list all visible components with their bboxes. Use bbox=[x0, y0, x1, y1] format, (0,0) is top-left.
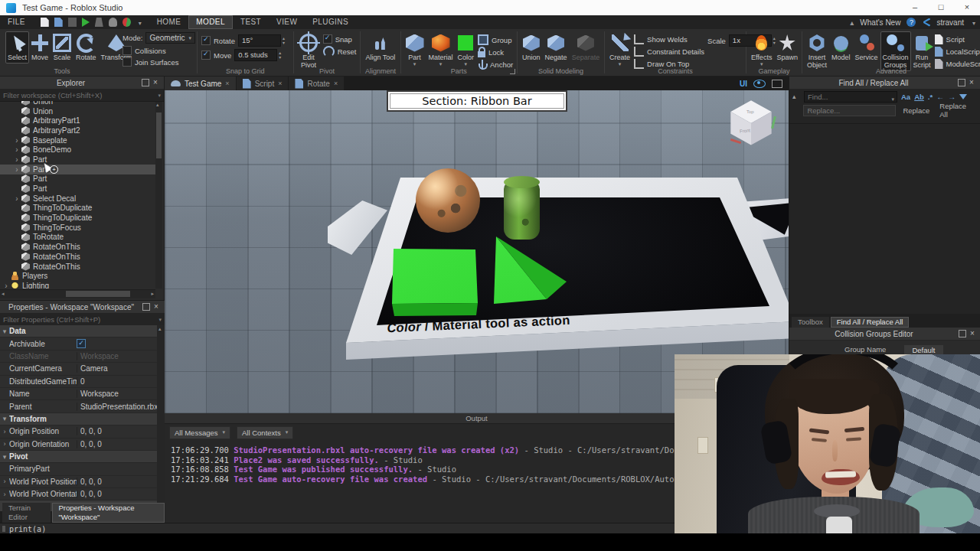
replace-input[interactable]: Replace... bbox=[803, 105, 896, 116]
explorer-tree-item[interactable]: › BoneDemo bbox=[0, 145, 155, 155]
pivot-snap-checkbox[interactable] bbox=[323, 34, 332, 44]
snap-rotate-stepper[interactable]: 15° bbox=[238, 34, 285, 47]
tab-test[interactable]: TEST bbox=[233, 15, 269, 29]
share-icon[interactable] bbox=[922, 18, 930, 27]
property-row[interactable]: ▾ Pivot bbox=[0, 451, 157, 463]
match-case-toggle[interactable]: Aa bbox=[901, 93, 910, 101]
group-button[interactable]: Group bbox=[478, 34, 513, 45]
join-surfaces-checkbox[interactable] bbox=[122, 57, 132, 67]
explorer-tree-item[interactable]: › Part bbox=[0, 155, 155, 165]
create-constraint-button[interactable]: Create▾ bbox=[607, 31, 632, 67]
explorer-tree-item[interactable]: RotateOnThis bbox=[0, 262, 155, 272]
file-menu[interactable]: FILE bbox=[0, 15, 33, 29]
find-input[interactable]: Find... bbox=[804, 91, 897, 103]
explorer-vertical-scrollbar[interactable] bbox=[155, 102, 162, 289]
close-tab-icon[interactable] bbox=[334, 80, 338, 87]
property-value[interactable]: StudioPresentation.rbxl bbox=[77, 403, 157, 411]
minimize-button[interactable]: – bbox=[902, 0, 928, 15]
replace-all-button[interactable]: Replace All bbox=[936, 102, 977, 119]
find-previous-icon[interactable]: ← bbox=[936, 93, 944, 101]
user-account-menu[interactable]: stravant bbox=[936, 18, 964, 27]
close-icon[interactable] bbox=[154, 303, 162, 311]
property-row[interactable]: ▾ Transform bbox=[0, 413, 157, 425]
explorer-tree-item[interactable]: ThingToDuplicate bbox=[0, 213, 155, 223]
collapse-find-icon[interactable]: ▴ bbox=[792, 93, 800, 100]
insert-localscript-button[interactable]: LocalScript bbox=[935, 47, 980, 57]
separate-button[interactable]: Separate bbox=[570, 31, 603, 64]
device-emulation-icon[interactable] bbox=[772, 80, 782, 88]
explorer-tree-item[interactable]: Union bbox=[0, 101, 155, 106]
close-icon[interactable] bbox=[970, 330, 978, 337]
mode-dropdown[interactable]: Geometric bbox=[145, 32, 195, 44]
rotate-tool-button[interactable]: Rotate bbox=[74, 31, 99, 64]
expand-chevron-icon[interactable]: › bbox=[12, 145, 21, 154]
messages-filter-dropdown[interactable]: All Messages bbox=[169, 426, 230, 439]
close-icon[interactable] bbox=[153, 79, 161, 86]
visibility-eye-icon[interactable] bbox=[753, 80, 766, 88]
property-row[interactable]: Parent StudioPresentation.rbxl bbox=[0, 400, 157, 412]
property-row[interactable]: Name Workspace bbox=[0, 388, 157, 400]
tab-plugins[interactable]: PLUGINS bbox=[305, 15, 356, 29]
pivot-reset-button[interactable]: Reset bbox=[323, 46, 357, 57]
view-cube[interactable]: Top Front bbox=[729, 99, 773, 147]
snap-move-checkbox[interactable] bbox=[201, 51, 211, 60]
record-icon[interactable] bbox=[122, 18, 131, 27]
close-tab-icon[interactable] bbox=[225, 80, 229, 87]
scrollbar-thumb[interactable] bbox=[66, 291, 130, 297]
explorer-tree-item[interactable]: › Part bbox=[0, 165, 155, 174]
collapse-ribbon-icon[interactable] bbox=[850, 18, 854, 27]
whole-word-toggle[interactable]: Ab bbox=[914, 93, 924, 101]
explorer-tree-item[interactable]: Part bbox=[0, 184, 155, 194]
tab-terrain-editor[interactable]: Terrain Editor bbox=[2, 503, 51, 523]
pin-icon[interactable] bbox=[142, 79, 149, 86]
insert-script-button[interactable]: Script bbox=[935, 34, 980, 44]
property-row[interactable]: Archivable ✓ bbox=[0, 337, 157, 350]
collision-groups-button[interactable]: Collision Groups bbox=[880, 31, 911, 71]
edit-pivot-button[interactable]: Edit Pivot bbox=[296, 31, 322, 71]
property-chevron-icon[interactable]: ▾ bbox=[0, 415, 9, 422]
expand-chevron-icon[interactable]: › bbox=[12, 194, 21, 203]
tab-model[interactable]: MODEL bbox=[188, 15, 233, 29]
effects-button[interactable]: Effects▾ bbox=[749, 31, 774, 67]
tab-properties[interactable]: Properties - Workspace "Workspace" bbox=[52, 503, 165, 523]
model-button[interactable]: Model bbox=[829, 31, 853, 64]
lock-button[interactable]: Lock bbox=[478, 47, 513, 57]
property-chevron-icon[interactable]: › bbox=[0, 428, 9, 435]
close-tab-icon[interactable] bbox=[278, 80, 282, 87]
property-chevron-icon[interactable]: ▾ bbox=[0, 453, 9, 461]
explorer-tree-item[interactable]: ThingToFocus bbox=[0, 223, 155, 233]
properties-filter-input[interactable]: Filter Properties (Ctrl+Shift+P) bbox=[0, 314, 165, 326]
negate-button[interactable]: Negate bbox=[543, 31, 570, 64]
filter-funnel-icon[interactable] bbox=[959, 94, 967, 99]
new-file-icon[interactable] bbox=[41, 18, 49, 27]
explorer-tree-item[interactable]: › Select Decal bbox=[0, 194, 155, 204]
tab-home[interactable]: HOME bbox=[149, 15, 189, 29]
explorer-tree-item[interactable]: ThingToDuplicate bbox=[0, 204, 155, 214]
property-value[interactable]: 0, 0, 0 bbox=[77, 427, 157, 435]
tab-script[interactable]: Script bbox=[237, 77, 289, 90]
save-icon[interactable] bbox=[68, 18, 77, 27]
property-row[interactable]: ▾ Data bbox=[0, 325, 157, 337]
maximize-button[interactable]: □ bbox=[928, 0, 954, 15]
qat-dropdown-icon[interactable] bbox=[136, 18, 142, 27]
explorer-horizontal-scrollbar[interactable] bbox=[0, 289, 155, 298]
snap-move-stepper[interactable]: 0.5 studs bbox=[234, 49, 281, 61]
pin-icon[interactable] bbox=[959, 330, 966, 337]
explorer-tree-item[interactable]: ArbitraryPart2 bbox=[0, 126, 155, 135]
explorer-tree-item[interactable]: › Baseplate bbox=[0, 135, 155, 145]
property-chevron-icon[interactable]: ▾ bbox=[0, 328, 9, 335]
property-row[interactable]: CurrentCamera Camera bbox=[0, 363, 157, 375]
property-row[interactable]: ClassName Workspace bbox=[0, 350, 157, 363]
pin-icon[interactable] bbox=[142, 303, 150, 311]
align-tool-button[interactable]: Align Tool bbox=[363, 31, 397, 64]
play-icon[interactable] bbox=[82, 18, 90, 27]
find-next-icon[interactable]: → bbox=[948, 93, 956, 101]
property-row[interactable]: › World Pivot Position 0, 0, 0 bbox=[0, 476, 157, 488]
property-row[interactable]: PrimaryPart bbox=[0, 463, 157, 475]
property-value[interactable]: Workspace bbox=[77, 352, 157, 360]
regex-toggle[interactable]: .* bbox=[928, 93, 933, 101]
constraint-details-toggle[interactable]: Constraint Details bbox=[634, 47, 704, 57]
whats-new-link[interactable]: What's New bbox=[860, 18, 900, 27]
scrollbar-thumb[interactable] bbox=[156, 112, 162, 158]
part-button[interactable]: Part▾ bbox=[403, 31, 426, 67]
